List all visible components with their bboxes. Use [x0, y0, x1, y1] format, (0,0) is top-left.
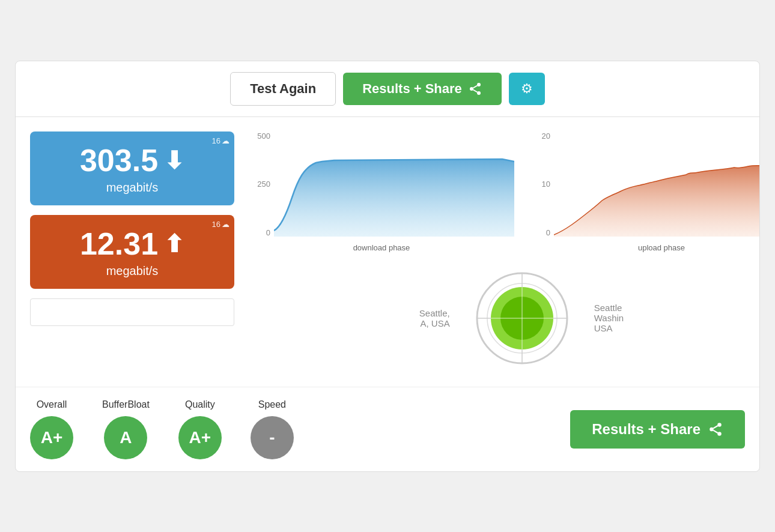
- download-chart-svg: [274, 131, 514, 240]
- download-speed-box: 16 ☁ 303.5 ⬇ megabit/s: [30, 131, 234, 205]
- svg-line-4: [473, 85, 477, 88]
- svg-point-15: [717, 432, 722, 436]
- grade-label-bufferbloat: BufferBloat: [102, 399, 150, 410]
- svg-point-14: [710, 427, 714, 431]
- download-speed-value: 303.5 ⬇: [42, 142, 222, 178]
- download-unit: megabit/s: [42, 181, 222, 195]
- grade-circle-bufferbloat: A: [104, 416, 147, 459]
- svg-point-2: [477, 91, 481, 95]
- upload-y-axis: 20 10 0: [529, 131, 550, 240]
- upload-chart-label: upload phase: [529, 243, 760, 252]
- grade-label-speed: Speed: [258, 399, 286, 410]
- left-panel: 16 ☁ 303.5 ⬇ megabit/s 16 ☁ 12.31 ⬆: [30, 131, 234, 372]
- header: Test Again Results + Share ⚙: [16, 61, 759, 117]
- upload-chart-svg: [554, 131, 760, 240]
- grades-row: Overall A+ BufferBloat A Quality A+ Spee…: [30, 399, 294, 459]
- settings-button[interactable]: ⚙: [509, 73, 545, 105]
- upload-arrow-icon: ⬆: [164, 230, 184, 258]
- grade-circle-quality: A+: [178, 416, 222, 459]
- upload-server-count: 16 ☁: [212, 220, 229, 229]
- settings-icon: ⚙: [521, 81, 533, 96]
- svg-line-16: [713, 430, 717, 432]
- download-arrow-icon: ⬇: [164, 147, 184, 174]
- upload-unit: megabit/s: [42, 264, 222, 278]
- download-chart-container: 500 250 0: [249, 131, 514, 252]
- results-share-button-bottom[interactable]: Results + Share: [570, 410, 745, 449]
- grade-label-quality: Quality: [185, 399, 215, 410]
- download-server-count: 16 ☁: [212, 136, 229, 145]
- svg-line-17: [713, 426, 717, 428]
- compass-widget: [474, 270, 570, 366]
- test-again-button[interactable]: Test Again: [230, 72, 336, 106]
- share-icon-bottom: [708, 422, 723, 437]
- share-icon-top: [468, 82, 482, 96]
- grade-item-quality: Quality A+: [178, 399, 222, 459]
- main-container: Test Again Results + Share ⚙ 16 ☁ 30: [15, 61, 760, 472]
- bottom-section: Overall A+ BufferBloat A Quality A+ Spee…: [16, 387, 759, 471]
- upload-speed-value: 12.31 ⬆: [42, 226, 222, 262]
- location-left-text: Seattle,A, USA: [419, 308, 450, 328]
- results-share-label-top: Results + Share: [362, 81, 462, 97]
- results-share-label-bottom: Results + Share: [592, 421, 701, 438]
- grade-circle-speed: -: [251, 416, 294, 459]
- svg-line-3: [473, 89, 477, 92]
- content-area: 16 ☁ 303.5 ⬇ megabit/s 16 ☁ 12.31 ⬆: [16, 117, 759, 387]
- upload-speed-box: 16 ☁ 12.31 ⬆ megabit/s: [30, 215, 234, 289]
- grade-item-bufferbloat: BufferBloat A: [102, 399, 150, 459]
- right-panel: 500 250 0: [249, 131, 760, 372]
- svg-point-0: [477, 83, 481, 86]
- empty-input-box[interactable]: [30, 298, 234, 326]
- location-right-text: SeattleWashinUSA: [594, 303, 624, 333]
- grade-item-overall: Overall A+: [30, 399, 73, 459]
- compass-area: Seattle,A, USA: [249, 264, 760, 372]
- download-chart-label: download phase: [249, 243, 514, 252]
- results-share-button-top[interactable]: Results + Share: [343, 73, 502, 105]
- svg-point-1: [470, 87, 473, 91]
- grade-item-speed: Speed -: [251, 399, 294, 459]
- upload-chart-container: 20 10 0: [529, 131, 760, 252]
- download-y-axis: 500 250 0: [249, 131, 270, 240]
- grade-label-overall: Overall: [37, 399, 67, 410]
- svg-point-13: [717, 423, 722, 427]
- grade-circle-overall: A+: [30, 416, 73, 459]
- charts-row: 500 250 0: [249, 131, 760, 252]
